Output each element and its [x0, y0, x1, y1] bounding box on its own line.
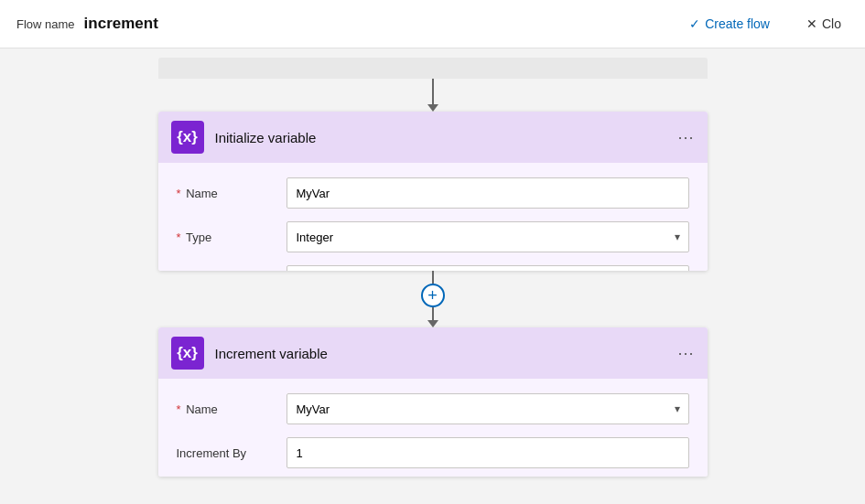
increment-card-title: Increment variable	[215, 346, 678, 361]
increment-by-row: Increment By	[177, 437, 689, 468]
close-icon: ✕	[806, 16, 817, 31]
increment-card-menu[interactable]: ···	[677, 344, 694, 363]
checkmark-icon: ✓	[689, 16, 700, 31]
top-stub	[158, 58, 708, 79]
init-card-icon: {x}	[171, 121, 204, 154]
initialize-variable-card: {x} Initialize variable ··· * Name * Typ…	[158, 112, 708, 271]
init-type-select[interactable]: Integer String Boolean Float Array Objec…	[287, 221, 689, 252]
add-step-button[interactable]: +	[421, 284, 445, 307]
close-button[interactable]: ✕ Clo	[799, 13, 849, 35]
init-value-token-field[interactable]: ⊞ ID ×	[287, 265, 689, 271]
init-card-menu[interactable]: ···	[677, 128, 694, 147]
card-header-increment: {x} Increment variable ···	[158, 327, 708, 379]
init-card-title: Initialize variable	[215, 130, 678, 145]
connector-line	[432, 79, 434, 104]
flow-name-label: Flow name	[16, 17, 75, 31]
increment-variable-card: {x} Increment variable ··· * Name MyVar …	[158, 327, 708, 477]
app-header: Flow name increment ✓ Create flow ✕ Clo	[0, 0, 865, 48]
connector-arrow	[427, 104, 438, 112]
init-name-label: * Name	[177, 187, 287, 200]
add-connector-line-bottom	[432, 307, 434, 320]
header-actions: ✓ Create flow ✕ Clo	[682, 13, 849, 35]
create-flow-button[interactable]: ✓ Create flow	[682, 13, 777, 35]
increment-name-row: * Name MyVar ▾	[177, 393, 689, 424]
add-connector-arrow	[427, 320, 438, 327]
init-type-select-wrapper: Integer String Boolean Float Array Objec…	[287, 221, 689, 252]
init-name-row: * Name	[177, 177, 689, 209]
init-type-label: * Type	[177, 231, 287, 244]
close-label: Clo	[822, 16, 841, 31]
flow-name-value: increment	[84, 15, 158, 33]
increment-by-input[interactable]	[287, 437, 689, 468]
add-connector-line-top	[432, 271, 434, 284]
increment-name-label: * Name	[177, 402, 287, 416]
flow-canvas: {x} Initialize variable ··· * Name * Typ…	[0, 48, 865, 504]
init-card-body: * Name * Type Integer String Boolean Flo…	[158, 163, 708, 271]
increment-card-icon: {x}	[171, 337, 204, 370]
connector-1	[427, 79, 438, 112]
card-header-init: {x} Initialize variable ···	[158, 112, 708, 163]
increment-by-label: Increment By	[177, 446, 287, 460]
create-flow-label: Create flow	[705, 16, 770, 31]
init-name-input[interactable]	[287, 177, 689, 209]
increment-name-select[interactable]: MyVar	[287, 393, 689, 424]
increment-card-body: * Name MyVar ▾ Increment By Add dynamic …	[158, 379, 708, 477]
init-type-row: * Type Integer String Boolean Float Arra…	[177, 221, 689, 252]
increment-name-select-wrapper: MyVar ▾	[287, 393, 689, 424]
add-step-connector[interactable]: +	[421, 271, 445, 327]
